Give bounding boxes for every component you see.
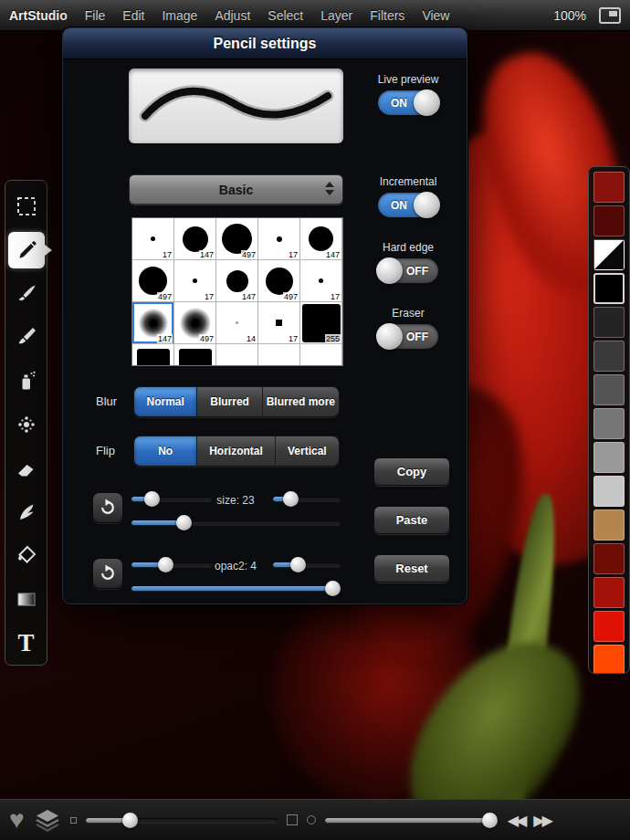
- slider-knob[interactable]: [325, 581, 341, 596]
- brush-preset-cell[interactable]: [258, 344, 300, 366]
- airbrush-dots-icon: [16, 414, 37, 436]
- color-swatch[interactable]: [593, 273, 625, 304]
- menu-adjust[interactable]: Adjust: [215, 8, 250, 23]
- size-scatter-slider[interactable]: [273, 490, 341, 507]
- hard-edge-label: Hard edge: [364, 241, 452, 254]
- color-swatch[interactable]: [593, 476, 625, 507]
- paste-button[interactable]: Paste: [373, 506, 450, 534]
- color-swatch[interactable]: [593, 509, 625, 541]
- brush-preset-cell[interactable]: 147: [174, 218, 216, 260]
- incremental-toggle[interactable]: ON: [378, 193, 438, 217]
- slider-knob[interactable]: [290, 557, 306, 572]
- eraser-tool-button[interactable]: [6, 446, 47, 490]
- color-swatch[interactable]: [593, 543, 625, 574]
- brush-preset-cell[interactable]: 17: [300, 260, 342, 302]
- brush-preset-cell[interactable]: 14: [216, 302, 258, 344]
- fullscreen-icon[interactable]: [599, 7, 621, 24]
- brush-preset-cell[interactable]: [174, 344, 216, 366]
- color-swatch[interactable]: [593, 577, 625, 608]
- color-swatch[interactable]: [593, 611, 625, 642]
- brush-preset-cell[interactable]: 497: [132, 260, 174, 302]
- blur-option-blurred-more[interactable]: Blurred more: [263, 387, 339, 416]
- slider-knob[interactable]: [176, 515, 192, 530]
- brush-dot: [277, 236, 282, 242]
- menu-artstudio[interactable]: ArtStudio: [9, 8, 68, 23]
- slider-knob[interactable]: [158, 557, 173, 572]
- brush-preset-cell[interactable]: 147: [216, 260, 258, 302]
- slider-knob[interactable]: [122, 813, 138, 828]
- fill-tool-button[interactable]: [6, 534, 47, 578]
- brush-preset-cell[interactable]: 255: [300, 302, 342, 344]
- brush-preset-cell[interactable]: 497: [258, 260, 300, 302]
- rotate-arrow-icon: [99, 499, 117, 517]
- color-swatch[interactable]: [593, 408, 625, 439]
- spray-tool-button[interactable]: [6, 359, 47, 403]
- brush-category-dropdown[interactable]: Basic: [129, 174, 343, 205]
- color-swatch[interactable]: [593, 645, 625, 674]
- slider-knob[interactable]: [144, 491, 160, 507]
- opacity-main-slider[interactable]: [131, 580, 341, 596]
- brush-tool-button[interactable]: [6, 272, 47, 316]
- brush-preset-cell[interactable]: 17: [258, 302, 300, 344]
- brush-preset-cell[interactable]: 147: [300, 218, 342, 260]
- brush-preset-cell[interactable]: 147: [132, 302, 174, 344]
- brush-size-slider[interactable]: [86, 812, 278, 828]
- menu-edit[interactable]: Edit: [122, 8, 144, 23]
- gradient-tool-button[interactable]: [6, 577, 47, 621]
- blur-option-normal[interactable]: Normal: [134, 387, 197, 416]
- brush-preset-cell[interactable]: [300, 344, 342, 366]
- brush-preset-cell[interactable]: 497: [174, 302, 216, 344]
- flip-option-vertical[interactable]: Vertical: [276, 436, 339, 466]
- menu-layer[interactable]: Layer: [320, 8, 352, 23]
- rewind-icon[interactable]: ◀◀: [508, 812, 525, 829]
- smudge-tool-button[interactable]: [6, 490, 47, 534]
- flip-option-no[interactable]: No: [134, 436, 197, 466]
- text-tool-button[interactable]: T: [6, 621, 47, 665]
- brush-preset-cell[interactable]: 497: [216, 218, 258, 260]
- flip-option-horizontal[interactable]: Horizontal: [197, 436, 275, 466]
- wet-brush-tool-button[interactable]: [6, 315, 47, 359]
- airbrush-tool-button[interactable]: [6, 403, 47, 446]
- slider-knob[interactable]: [482, 813, 498, 828]
- color-swatch[interactable]: [593, 374, 625, 405]
- brush-preset-cell[interactable]: [216, 344, 258, 366]
- brush-dot: [236, 321, 238, 324]
- brush-preset-cell[interactable]: [132, 344, 174, 366]
- slider-knob[interactable]: [283, 491, 299, 507]
- reset-button[interactable]: Reset: [373, 554, 450, 583]
- zoom-level[interactable]: 100%: [553, 8, 586, 23]
- brush-preset-cell[interactable]: 17: [174, 260, 216, 302]
- color-swatch[interactable]: [593, 172, 625, 203]
- heart-icon[interactable]: ♥: [9, 807, 25, 833]
- marquee-tool-button[interactable]: [6, 184, 47, 228]
- opacity-jitter-slider[interactable]: [131, 556, 212, 572]
- menu-image[interactable]: Image: [162, 8, 197, 23]
- size-main-slider[interactable]: [131, 514, 341, 530]
- brush-preset-cell[interactable]: 17: [132, 218, 174, 260]
- fast-forward-icon[interactable]: ▶▶: [533, 812, 551, 829]
- fg-bg-color-swatch[interactable]: [593, 239, 625, 270]
- copy-button[interactable]: Copy: [373, 457, 450, 486]
- pencil-tool-button[interactable]: [6, 228, 47, 272]
- color-swatch[interactable]: [593, 205, 625, 236]
- brush-opacity-slider[interactable]: [325, 812, 499, 828]
- menu-select[interactable]: Select: [268, 8, 303, 23]
- hard-edge-toggle[interactable]: OFF: [378, 258, 438, 283]
- menu-view[interactable]: View: [422, 8, 449, 23]
- menu-file[interactable]: File: [85, 8, 106, 23]
- menu-filters[interactable]: Filters: [370, 8, 404, 23]
- size-jitter-slider[interactable]: [131, 490, 212, 507]
- live-preview-toggle[interactable]: ON: [378, 90, 438, 115]
- opacity-scatter-slider[interactable]: [273, 556, 341, 572]
- color-swatch[interactable]: [593, 307, 625, 338]
- size-rotate-button[interactable]: [92, 492, 123, 523]
- layers-icon[interactable]: [34, 808, 61, 833]
- color-swatch[interactable]: [593, 341, 625, 372]
- menubar-items: ArtStudioFileEditImageAdjustSelectLayerF…: [9, 8, 449, 23]
- eraser-toggle[interactable]: OFF: [378, 324, 438, 349]
- color-swatch[interactable]: [593, 442, 625, 473]
- opacity-rotate-button[interactable]: [92, 558, 123, 589]
- brush-preset-cell[interactable]: 17: [258, 218, 300, 260]
- blur-option-blurred[interactable]: Blurred: [197, 387, 262, 416]
- dropdown-value: Basic: [219, 183, 253, 197]
